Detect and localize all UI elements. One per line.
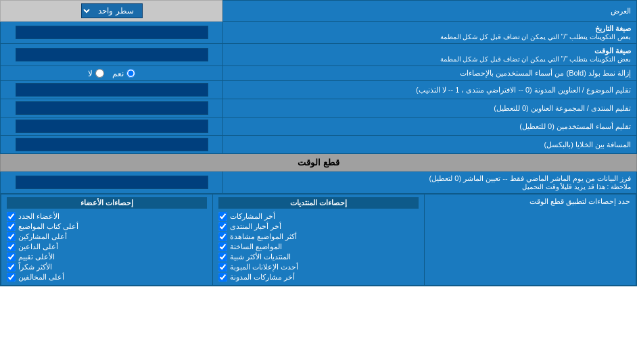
- stats-member-col: إحصاءات الأعضاء الأعضاء الجدد أعلى كتاب …: [1, 194, 213, 286]
- stat-forum-3: أكثر المواضيع مشاهدة: [218, 232, 419, 242]
- topics-addresses-input[interactable]: 33: [16, 83, 208, 97]
- cutoff-cell: 0: [1, 172, 223, 194]
- checkbox-member-3[interactable]: [7, 232, 16, 241]
- cells-distance-label: المسافة بين الخلايا (بالبكسل): [223, 136, 637, 154]
- display-label: العرض: [223, 1, 637, 22]
- checkbox-member-2[interactable]: [7, 222, 16, 231]
- stat-member-7: أعلى المخالفين: [7, 272, 207, 282]
- display-select[interactable]: سطر واحد: [81, 3, 143, 18]
- stat-forum-7: أخر مشاركات المدونة: [218, 272, 419, 282]
- bold-remove-label: إزالة نمط بولد (Bold) من أسماء المستخدمي…: [223, 66, 637, 81]
- stat-forum-1: أخر المشاركات: [218, 211, 419, 222]
- checkbox-forum-1[interactable]: [218, 212, 227, 221]
- usernames-trim-cell: 0: [1, 118, 223, 136]
- display-select-cell: سطر واحد: [1, 1, 223, 22]
- checkbox-member-1[interactable]: [7, 212, 16, 221]
- cutoff-label: فرز البيانات من يوم الماشر الماضي فقط --…: [223, 172, 637, 194]
- forum-stats-header: إحصاءات المنتديات: [218, 197, 419, 209]
- date-format-label: صيغة التاريخ بعض التكوينات يتطلب "/" الت…: [223, 22, 637, 44]
- stat-member-6: الأكثر شكراً: [7, 262, 207, 272]
- date-format-input[interactable]: d-m: [16, 26, 208, 39]
- stat-member-3: أعلى المشاركين: [7, 232, 207, 242]
- stat-member-2: أعلى كتاب المواضيع: [7, 222, 207, 232]
- checkbox-forum-4[interactable]: [218, 242, 227, 251]
- checkbox-member-6[interactable]: [7, 263, 16, 271]
- time-format-input[interactable]: H:i: [16, 48, 208, 61]
- bold-yes-label[interactable]: نعم: [112, 69, 135, 78]
- display-text: العرض: [611, 7, 631, 15]
- topics-addresses-cell: 33: [1, 81, 223, 99]
- stat-forum-2: أخر أخبار المنتدى: [218, 222, 419, 232]
- forum-addresses-cell: 33: [1, 99, 223, 118]
- member-stats-header: إحصاءات الأعضاء: [7, 197, 207, 209]
- checkbox-forum-6[interactable]: [218, 263, 227, 271]
- stat-member-4: أعلى الداعين: [7, 242, 207, 252]
- date-format-cell: d-m: [1, 22, 223, 44]
- bold-remove-cell: نعم لا: [1, 66, 223, 81]
- checkbox-forum-5[interactable]: [218, 253, 227, 261]
- stat-member-5: الأعلى تقييم: [7, 252, 207, 262]
- stats-section: حدد إحصاءات لتطبيق قطع الوقت إحصاءات الم…: [1, 194, 637, 286]
- stat-member-1: الأعضاء الجدد: [7, 211, 207, 222]
- checkbox-forum-2[interactable]: [218, 222, 227, 231]
- cells-distance-cell: 2: [1, 136, 223, 154]
- stats-forum-col: إحصاءات المنتديات أخر المشاركات أخر أخبا…: [213, 194, 425, 286]
- bold-no-label[interactable]: لا: [88, 69, 104, 78]
- forum-addresses-input[interactable]: 33: [16, 101, 208, 115]
- cutoff-input[interactable]: 0: [16, 176, 208, 189]
- stat-forum-6: أحدث الإعلانات المبوبة: [218, 262, 419, 272]
- checkbox-member-5[interactable]: [7, 253, 16, 261]
- cutoff-header: قطع الوقت: [1, 154, 637, 172]
- bold-yes-radio[interactable]: [126, 69, 135, 78]
- usernames-trim-label: تقليم أسماء المستخدمين (0 للتعطيل): [223, 118, 637, 136]
- stats-apply-label: حدد إحصاءات لتطبيق قطع الوقت: [425, 194, 636, 286]
- stat-forum-5: المنتديات الأكثر شبية: [218, 252, 419, 262]
- stat-forum-4: المواضيع الساخنة: [218, 242, 419, 252]
- bold-no-radio[interactable]: [95, 69, 104, 78]
- time-format-cell: H:i: [1, 44, 223, 66]
- forum-addresses-label: تقليم المنتدى / المجموعة العناوين (0 للت…: [223, 99, 637, 118]
- checkbox-member-4[interactable]: [7, 242, 16, 251]
- usernames-trim-input[interactable]: 0: [16, 120, 208, 133]
- checkbox-member-7[interactable]: [7, 273, 16, 282]
- topics-addresses-label: تقليم الموضوع / العناوين المدونة (0 -- ا…: [223, 81, 637, 99]
- checkbox-forum-3[interactable]: [218, 232, 227, 241]
- checkbox-forum-7[interactable]: [218, 273, 227, 282]
- cells-distance-input[interactable]: 2: [16, 138, 208, 151]
- time-format-label: صيغة الوقت بعض التكوينات يتطلب "/" التي …: [223, 44, 637, 66]
